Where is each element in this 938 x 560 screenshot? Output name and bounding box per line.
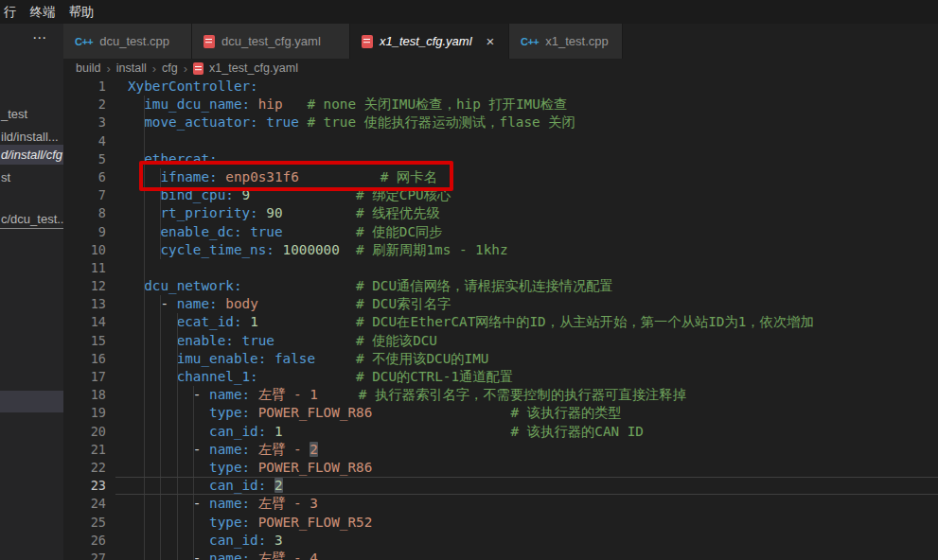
indent-guide [144, 259, 145, 277]
line-number: 11 [63, 259, 106, 277]
code-line-11[interactable]: 11 [63, 259, 938, 277]
code-content: XyberController: [128, 78, 938, 96]
indent-guide [193, 514, 194, 532]
code-content: can_id: 2 [128, 477, 938, 495]
code-line-14[interactable]: 14 ecat_id: 1 # DCU在EtherCAT网络中的ID，从主站开始… [63, 313, 938, 331]
code-content: can_id: 1 # 该执行器的CAN ID [128, 423, 938, 441]
indent-guide [177, 368, 178, 386]
code-line-3[interactable]: 3 move_actuator: true # true 使能执行器运动测试，f… [63, 114, 938, 131]
indent-guide [160, 168, 161, 186]
breadcrumb-item-install[interactable]: install [116, 61, 147, 75]
breadcrumb-item-cfg[interactable]: cfg [162, 61, 178, 75]
indent-guide [160, 441, 161, 459]
more-actions-icon[interactable]: ⋯ [32, 29, 47, 46]
code-line-24[interactable]: 24 - name: 左臂 - 3 [63, 495, 938, 513]
tab-dcu_test_cfg.yaml[interactable]: dcu_test_cfg.yaml [192, 24, 350, 59]
code-line-10[interactable]: 10 cycle_time_ns: 1000000 # 刷新周期1ms - 1k… [63, 241, 938, 259]
line-number: 21 [63, 441, 106, 459]
code-line-21[interactable]: 21 - name: 左臂 - 2 [63, 441, 938, 459]
menu-item-1[interactable]: 终端 [30, 4, 56, 21]
code-line-19[interactable]: 19 type: POWER_FLOW_R86 # 该执行器的类型 [63, 404, 938, 422]
sidebar-item-2[interactable]: d/install/cfg [0, 145, 63, 165]
indent-guide [160, 223, 161, 241]
cpp-file-icon: C++ [521, 35, 539, 48]
breadcrumb-item-build[interactable]: build [76, 61, 100, 75]
code-line-27[interactable]: 27 - name: 左臂 - 4 [63, 550, 938, 560]
code-line-25[interactable]: 25 type: POWER_FLOW_R52 [63, 514, 938, 532]
breadcrumb-item-x1_test_cfg.yaml[interactable]: x1_test_cfg.yaml [209, 61, 298, 75]
line-number: 26 [63, 532, 106, 550]
indent-guide [144, 295, 145, 313]
tab-dcu_test.cpp[interactable]: C++dcu_test.cpp [63, 24, 192, 59]
code-line-15[interactable]: 15 enable: true # 使能该DCU [63, 332, 938, 350]
indent-guide [160, 532, 161, 550]
code-line-4[interactable]: 4 [63, 132, 938, 150]
line-number: 1 [63, 78, 106, 96]
indent-guide [144, 114, 145, 131]
indent-guide [144, 532, 145, 550]
indent-guide [144, 132, 145, 150]
tab-label: dcu_test.cpp [99, 34, 169, 48]
menu-item-0[interactable]: 行 [4, 4, 17, 21]
code-line-7[interactable]: 7 bind_cpu: 9 # 绑定CPU核心 [63, 186, 938, 204]
indent-guide [177, 386, 178, 404]
code-line-20[interactable]: 20 can_id: 1 # 该执行器的CAN ID [63, 423, 938, 441]
tab-x1_test.cpp[interactable]: C++x1_test.cpp [509, 24, 623, 59]
indent-guide [144, 514, 145, 532]
line-number: 22 [63, 459, 106, 477]
editor-group: C++dcu_test.cppdcu_test_cfg.yamlx1_test_… [63, 24, 938, 560]
code-line-22[interactable]: 22 type: POWER_FLOW_R86 [63, 459, 938, 477]
code-line-5[interactable]: 5 ethercat: [63, 150, 938, 168]
indent-guide [160, 332, 161, 350]
indent-guide [177, 332, 178, 350]
code-line-9[interactable]: 9 enable_dc: true # 使能DC同步 [63, 223, 938, 241]
tab-label: x1_test.cpp [545, 34, 609, 48]
code-content: type: POWER_FLOW_R86 # 该执行器的类型 [128, 404, 938, 422]
line-number: 18 [63, 386, 106, 404]
line-number: 20 [63, 423, 106, 441]
indent-guide [144, 241, 145, 259]
indent-guide [144, 277, 145, 295]
indent-guide [144, 150, 145, 168]
menu-bar: 行终端帮助 [0, 0, 938, 24]
code-line-16[interactable]: 16 imu_enable: false # 不使用该DCU的IMU [63, 350, 938, 368]
code-line-17[interactable]: 17 channel_1: # DCU的CTRL-1通道配置 [63, 368, 938, 386]
menu-item-2[interactable]: 帮助 [69, 4, 95, 21]
code-content: - name: 左臂 - 1 # 执行器索引名字，不需要控制的执行器可直接注释掉 [128, 386, 938, 404]
code-content: - name: 左臂 - 3 [128, 495, 938, 513]
line-number: 6 [63, 168, 106, 186]
sidebar-item-5[interactable] [0, 391, 63, 412]
tab-x1_test_cfg.yaml[interactable]: x1_test_cfg.yaml× [350, 24, 509, 59]
code-line-8[interactable]: 8 rt_priority: 90 # 线程优先级 [63, 204, 938, 222]
indent-guide [193, 495, 194, 513]
close-icon[interactable]: × [487, 34, 495, 48]
code-line-26[interactable]: 26 can_id: 3 [63, 532, 938, 550]
line-number: 12 [63, 277, 106, 295]
indent-guide [160, 295, 161, 313]
indent-guide [144, 386, 145, 404]
code-line-18[interactable]: 18 - name: 左臂 - 1 # 执行器索引名字，不需要控制的执行器可直接… [63, 386, 938, 404]
code-line-13[interactable]: 13 - name: body # DCU索引名字 [63, 295, 938, 313]
indent-guide [193, 441, 194, 459]
code-editor[interactable]: 1XyberController:2 imu_dcu_name: hip # n… [63, 78, 938, 560]
code-line-6[interactable]: 6 ifname: enp0s31f6 # 网卡名 [63, 168, 938, 186]
sidebar-item-3[interactable]: st [0, 167, 63, 187]
indent-guide [144, 204, 145, 222]
sidebar-item-4[interactable]: c/dcu_test... [0, 209, 63, 229]
indent-guide [177, 350, 178, 368]
breadcrumb-separator: › [152, 61, 156, 76]
code-content: cycle_time_ns: 1000000 # 刷新周期1ms - 1khz [128, 241, 938, 259]
indent-guide [177, 459, 178, 477]
sidebar-item-0[interactable]: _test [0, 104, 63, 124]
code-line-12[interactable]: 12 dcu_network: # DCU通信网络，请根据实机连接情况配置 [63, 277, 938, 295]
code-content: ethercat: [128, 150, 938, 168]
indent-guide [144, 404, 145, 422]
indent-guide [144, 441, 145, 459]
sidebar-item-1[interactable]: ild/install... [0, 127, 63, 147]
indent-guide [144, 96, 145, 114]
code-line-23[interactable]: 23 can_id: 2 [63, 477, 938, 495]
code-line-1[interactable]: 1XyberController: [63, 78, 938, 96]
code-line-2[interactable]: 2 imu_dcu_name: hip # none 关闭IMU检查，hip 打… [63, 96, 938, 114]
code-content: - name: 左臂 - 2 [128, 441, 938, 459]
left-sidebar: ⋯ _testild/install...d/install/cfgstc/dc… [0, 24, 63, 560]
